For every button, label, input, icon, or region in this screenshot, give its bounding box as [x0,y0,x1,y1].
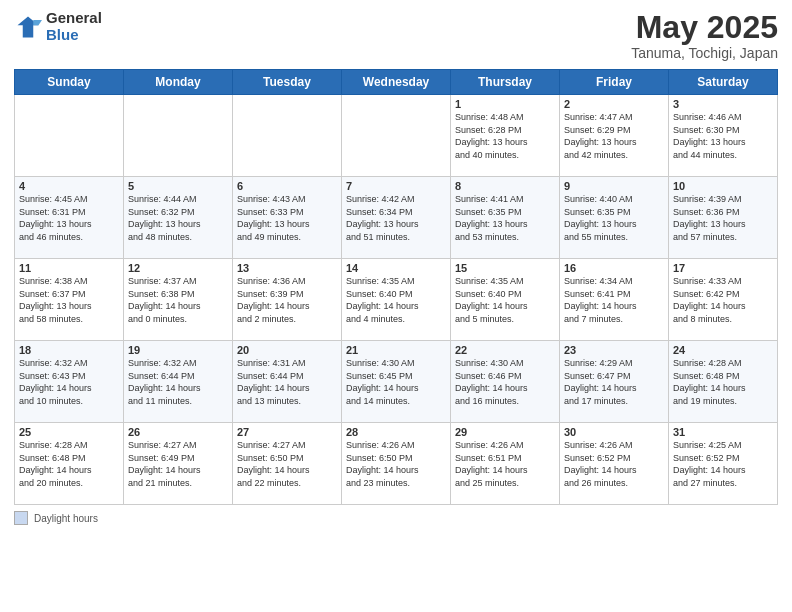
weekday-header-wednesday: Wednesday [342,70,451,95]
logo-icon [14,13,42,41]
day-number: 20 [237,344,337,356]
weekday-header-monday: Monday [124,70,233,95]
day-info: Sunrise: 4:43 AM Sunset: 6:33 PM Dayligh… [237,193,337,243]
day-number: 9 [564,180,664,192]
legend-box [14,511,28,525]
day-info: Sunrise: 4:36 AM Sunset: 6:39 PM Dayligh… [237,275,337,325]
day-number: 29 [455,426,555,438]
logo-text: General Blue [46,10,102,43]
day-number: 22 [455,344,555,356]
day-number: 15 [455,262,555,274]
weekday-header-tuesday: Tuesday [233,70,342,95]
calendar-table: SundayMondayTuesdayWednesdayThursdayFrid… [14,69,778,505]
title-month: May 2025 [631,10,778,45]
calendar-cell: 15Sunrise: 4:35 AM Sunset: 6:40 PM Dayli… [451,259,560,341]
calendar-cell: 11Sunrise: 4:38 AM Sunset: 6:37 PM Dayli… [15,259,124,341]
day-info: Sunrise: 4:27 AM Sunset: 6:50 PM Dayligh… [237,439,337,489]
calendar-week-2: 4Sunrise: 4:45 AM Sunset: 6:31 PM Daylig… [15,177,778,259]
calendar-week-5: 25Sunrise: 4:28 AM Sunset: 6:48 PM Dayli… [15,423,778,505]
calendar-cell: 3Sunrise: 4:46 AM Sunset: 6:30 PM Daylig… [669,95,778,177]
weekday-header-thursday: Thursday [451,70,560,95]
day-number: 17 [673,262,773,274]
day-number: 31 [673,426,773,438]
calendar-cell: 5Sunrise: 4:44 AM Sunset: 6:32 PM Daylig… [124,177,233,259]
calendar-cell: 31Sunrise: 4:25 AM Sunset: 6:52 PM Dayli… [669,423,778,505]
day-info: Sunrise: 4:27 AM Sunset: 6:49 PM Dayligh… [128,439,228,489]
day-info: Sunrise: 4:37 AM Sunset: 6:38 PM Dayligh… [128,275,228,325]
day-info: Sunrise: 4:39 AM Sunset: 6:36 PM Dayligh… [673,193,773,243]
day-info: Sunrise: 4:26 AM Sunset: 6:50 PM Dayligh… [346,439,446,489]
day-info: Sunrise: 4:44 AM Sunset: 6:32 PM Dayligh… [128,193,228,243]
calendar-cell [233,95,342,177]
day-number: 21 [346,344,446,356]
title-location: Tanuma, Tochigi, Japan [631,45,778,61]
calendar-week-3: 11Sunrise: 4:38 AM Sunset: 6:37 PM Dayli… [15,259,778,341]
calendar-cell: 28Sunrise: 4:26 AM Sunset: 6:50 PM Dayli… [342,423,451,505]
day-number: 26 [128,426,228,438]
calendar-cell: 1Sunrise: 4:48 AM Sunset: 6:28 PM Daylig… [451,95,560,177]
day-info: Sunrise: 4:47 AM Sunset: 6:29 PM Dayligh… [564,111,664,161]
calendar-header: SundayMondayTuesdayWednesdayThursdayFrid… [15,70,778,95]
day-info: Sunrise: 4:35 AM Sunset: 6:40 PM Dayligh… [346,275,446,325]
day-number: 30 [564,426,664,438]
day-number: 19 [128,344,228,356]
weekday-header-saturday: Saturday [669,70,778,95]
day-info: Sunrise: 4:48 AM Sunset: 6:28 PM Dayligh… [455,111,555,161]
calendar-cell [15,95,124,177]
calendar-cell: 30Sunrise: 4:26 AM Sunset: 6:52 PM Dayli… [560,423,669,505]
calendar-cell: 2Sunrise: 4:47 AM Sunset: 6:29 PM Daylig… [560,95,669,177]
day-number: 23 [564,344,664,356]
calendar-cell: 24Sunrise: 4:28 AM Sunset: 6:48 PM Dayli… [669,341,778,423]
calendar-cell: 7Sunrise: 4:42 AM Sunset: 6:34 PM Daylig… [342,177,451,259]
day-number: 4 [19,180,119,192]
day-info: Sunrise: 4:32 AM Sunset: 6:44 PM Dayligh… [128,357,228,407]
day-info: Sunrise: 4:26 AM Sunset: 6:52 PM Dayligh… [564,439,664,489]
calendar-cell: 13Sunrise: 4:36 AM Sunset: 6:39 PM Dayli… [233,259,342,341]
weekday-header-friday: Friday [560,70,669,95]
day-info: Sunrise: 4:40 AM Sunset: 6:35 PM Dayligh… [564,193,664,243]
day-info: Sunrise: 4:32 AM Sunset: 6:43 PM Dayligh… [19,357,119,407]
header: General Blue May 2025 Tanuma, Tochigi, J… [14,10,778,61]
day-number: 13 [237,262,337,274]
day-info: Sunrise: 4:41 AM Sunset: 6:35 PM Dayligh… [455,193,555,243]
calendar-cell: 17Sunrise: 4:33 AM Sunset: 6:42 PM Dayli… [669,259,778,341]
page: General Blue May 2025 Tanuma, Tochigi, J… [0,0,792,612]
day-info: Sunrise: 4:33 AM Sunset: 6:42 PM Dayligh… [673,275,773,325]
day-number: 11 [19,262,119,274]
calendar-cell: 29Sunrise: 4:26 AM Sunset: 6:51 PM Dayli… [451,423,560,505]
calendar-cell: 9Sunrise: 4:40 AM Sunset: 6:35 PM Daylig… [560,177,669,259]
svg-marker-0 [18,16,39,37]
day-number: 16 [564,262,664,274]
title-block: May 2025 Tanuma, Tochigi, Japan [631,10,778,61]
day-info: Sunrise: 4:35 AM Sunset: 6:40 PM Dayligh… [455,275,555,325]
day-info: Sunrise: 4:28 AM Sunset: 6:48 PM Dayligh… [19,439,119,489]
weekday-header-sunday: Sunday [15,70,124,95]
calendar-cell: 27Sunrise: 4:27 AM Sunset: 6:50 PM Dayli… [233,423,342,505]
calendar-cell: 22Sunrise: 4:30 AM Sunset: 6:46 PM Dayli… [451,341,560,423]
calendar-cell: 10Sunrise: 4:39 AM Sunset: 6:36 PM Dayli… [669,177,778,259]
day-info: Sunrise: 4:34 AM Sunset: 6:41 PM Dayligh… [564,275,664,325]
calendar-cell: 14Sunrise: 4:35 AM Sunset: 6:40 PM Dayli… [342,259,451,341]
day-number: 3 [673,98,773,110]
day-number: 6 [237,180,337,192]
day-number: 2 [564,98,664,110]
calendar-cell: 12Sunrise: 4:37 AM Sunset: 6:38 PM Dayli… [124,259,233,341]
calendar-cell: 6Sunrise: 4:43 AM Sunset: 6:33 PM Daylig… [233,177,342,259]
day-number: 27 [237,426,337,438]
calendar-week-4: 18Sunrise: 4:32 AM Sunset: 6:43 PM Dayli… [15,341,778,423]
svg-marker-1 [33,20,42,25]
day-info: Sunrise: 4:30 AM Sunset: 6:46 PM Dayligh… [455,357,555,407]
calendar-cell [342,95,451,177]
calendar-cell: 20Sunrise: 4:31 AM Sunset: 6:44 PM Dayli… [233,341,342,423]
day-info: Sunrise: 4:31 AM Sunset: 6:44 PM Dayligh… [237,357,337,407]
calendar-cell: 4Sunrise: 4:45 AM Sunset: 6:31 PM Daylig… [15,177,124,259]
logo: General Blue [14,10,102,43]
weekday-header-row: SundayMondayTuesdayWednesdayThursdayFrid… [15,70,778,95]
day-number: 28 [346,426,446,438]
day-number: 24 [673,344,773,356]
day-number: 12 [128,262,228,274]
day-number: 7 [346,180,446,192]
day-info: Sunrise: 4:42 AM Sunset: 6:34 PM Dayligh… [346,193,446,243]
calendar-week-1: 1Sunrise: 4:48 AM Sunset: 6:28 PM Daylig… [15,95,778,177]
day-number: 5 [128,180,228,192]
